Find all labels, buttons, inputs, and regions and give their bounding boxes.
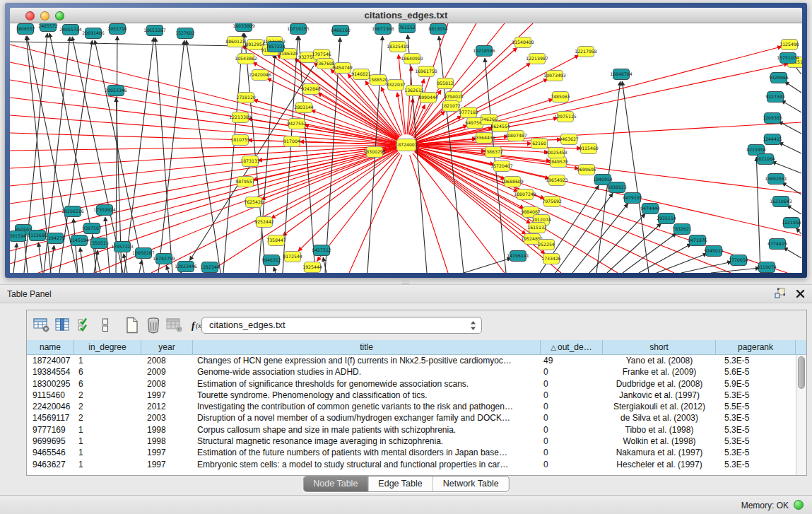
- citation-edge-red[interactable]: [151, 150, 397, 273]
- graph-node[interactable]: 7485063: [551, 92, 570, 103]
- graph-node[interactable]: 10025458: [545, 148, 567, 158]
- graph-node[interactable]: 1588520: [368, 75, 388, 86]
- cell-year[interactable]: 1997: [141, 459, 193, 470]
- citation-edge-black[interactable]: [439, 36, 464, 273]
- graph-node[interactable]: 7358447: [266, 235, 286, 246]
- graph-node[interactable]: 17359924: [93, 205, 116, 216]
- citation-edge-black[interactable]: [223, 33, 243, 273]
- graph-node[interactable]: 7386372: [483, 147, 503, 158]
- cell-in_degree[interactable]: 2: [74, 390, 141, 401]
- cell-out_degree[interactable]: 0: [541, 378, 603, 390]
- citation-edge-black[interactable]: [779, 142, 801, 153]
- cell-out_degree[interactable]: 0: [541, 390, 603, 401]
- graph-node[interactable]: 6774419: [767, 239, 787, 250]
- citation-edge-red[interactable]: [10, 80, 396, 144]
- graph-node[interactable]: 9245012: [704, 246, 724, 257]
- citation-edge-black[interactable]: [181, 272, 182, 273]
- cell-short[interactable]: Yano et al. (2008): [603, 355, 716, 366]
- graph-node[interactable]: 9879557: [235, 177, 255, 187]
- column-header-out_de[interactable]: △out_de…: [541, 340, 603, 354]
- graph-node[interactable]: 8119074: [757, 262, 777, 273]
- graph-node[interactable]: 10543862: [235, 54, 257, 64]
- graph-node[interactable]: 1733426: [541, 254, 561, 264]
- graph-node[interactable]: 18325419: [387, 42, 409, 52]
- graph-node[interactable]: 2803144: [294, 103, 314, 113]
- citation-network-graph[interactable]: 8860123891295418226058912750810543862818…: [10, 23, 802, 273]
- graph-node[interactable]: 20053346: [105, 86, 127, 96]
- cell-year[interactable]: 2003: [141, 412, 193, 424]
- cell-out_degree[interactable]: 0: [541, 412, 603, 424]
- graph-node[interactable]: 1770654: [729, 255, 748, 266]
- cell-in_degree[interactable]: 1: [74, 447, 141, 458]
- float-panel-icon[interactable]: [775, 288, 786, 301]
- graph-node[interactable]: 9046312: [261, 255, 281, 266]
- citation-edge-red[interactable]: [10, 147, 396, 237]
- cell-year[interactable]: 2008: [141, 355, 193, 366]
- cell-out_degree[interactable]: 0: [541, 447, 603, 458]
- graph-node[interactable]: 16033809: [233, 23, 255, 32]
- cell-name[interactable]: 18300295: [27, 378, 74, 390]
- cell-year[interactable]: 1997: [141, 447, 193, 458]
- cell-in_degree[interactable]: 1: [74, 424, 141, 436]
- column-header-name[interactable]: name: [27, 340, 74, 354]
- close-panel-icon[interactable]: [796, 288, 805, 301]
- graph-node[interactable]: 15692931: [765, 174, 787, 185]
- graph-node[interactable]: 2055718: [107, 24, 127, 35]
- graph-node[interactable]: 9699695: [577, 165, 596, 175]
- cell-pagerank[interactable]: 5.3E-5: [716, 412, 796, 424]
- citation-edge-black[interactable]: [166, 265, 169, 273]
- graph-node[interactable]: 10719155: [287, 24, 310, 35]
- cell-short[interactable]: Franke et al. (2009): [603, 366, 716, 378]
- cell-out_degree[interactable]: 0: [541, 459, 603, 470]
- cell-out_degree[interactable]: 0: [541, 366, 603, 378]
- citation-edge-red[interactable]: [416, 148, 787, 273]
- tab-edge-table[interactable]: Edge Table: [367, 477, 432, 491]
- graph-node[interactable]: 1350513: [89, 238, 109, 249]
- graph-node[interactable]: 24055724: [59, 25, 82, 35]
- column-header-in_degree[interactable]: in_degree: [74, 340, 141, 354]
- graph-node[interactable]: 2718120: [236, 93, 256, 103]
- tab-node-table[interactable]: Node Table: [303, 477, 367, 491]
- cell-short[interactable]: Stergiakouli et al. (2012): [603, 401, 716, 412]
- network-window[interactable]: citations_edges.txt 88601238912954182260…: [5, 3, 807, 278]
- cell-name[interactable]: 22420046: [27, 401, 74, 412]
- graph-node[interactable]: 3624554: [490, 122, 510, 132]
- graph-node[interactable]: 9777169: [459, 107, 478, 118]
- graph-node[interactable]: 8454749: [333, 63, 353, 74]
- cell-pagerank[interactable]: 5.3E-5: [716, 459, 796, 470]
- citation-edge-red[interactable]: [349, 155, 402, 273]
- graph-node[interactable]: 2465572: [38, 23, 58, 32]
- cell-in_degree[interactable]: 1: [74, 459, 141, 470]
- graph-node[interactable]: 1115686: [28, 230, 47, 241]
- table-selector-dropdown[interactable]: citations_edges.txt: [201, 317, 482, 334]
- graph-node[interactable]: 11548408: [512, 37, 534, 48]
- citation-edge-red[interactable]: [10, 145, 396, 151]
- cell-year[interactable]: 1998: [141, 424, 193, 436]
- citation-edge-red[interactable]: [417, 64, 789, 143]
- column-visibility-icon[interactable]: [53, 315, 72, 335]
- column-header-short[interactable]: short: [603, 340, 716, 354]
- column-header-year[interactable]: year: [141, 340, 193, 354]
- cell-year[interactable]: 2012: [141, 401, 193, 412]
- graph-node[interactable]: 9463627: [559, 134, 579, 145]
- graph-node[interactable]: 1209383: [763, 113, 782, 124]
- graph-node[interactable]: 9227343: [765, 92, 785, 103]
- graph-node[interactable]: 12213389: [229, 112, 252, 123]
- graph-node[interactable]: 8322037: [386, 80, 406, 90]
- cell-title[interactable]: Disruption of a novel member of a sodium…: [193, 412, 541, 424]
- graph-node[interactable]: 16782759: [153, 254, 175, 264]
- graph-node[interactable]: 391594: [10, 231, 26, 242]
- cell-name[interactable]: 9699695: [27, 436, 74, 447]
- citation-edge-red[interactable]: [10, 146, 396, 168]
- graph-node[interactable]: 1125498: [779, 40, 799, 50]
- cell-short[interactable]: de Silva et al. (2003): [603, 412, 716, 424]
- graph-node[interactable]: 1292344: [200, 262, 220, 273]
- graph-node[interactable]: 9172544: [283, 252, 302, 262]
- citation-edge-red[interactable]: [298, 153, 399, 252]
- table-row[interactable]: 1872400712008Changes of HCN gene express…: [27, 355, 806, 366]
- table-row[interactable]: 969969511998Structural magnetic resonanc…: [27, 436, 806, 447]
- cell-name[interactable]: 18724007: [27, 355, 74, 366]
- cell-year[interactable]: 2009: [141, 366, 193, 378]
- graph-node[interactable]: 9474444: [640, 204, 660, 214]
- graph-node[interactable]: 8471876: [688, 235, 707, 246]
